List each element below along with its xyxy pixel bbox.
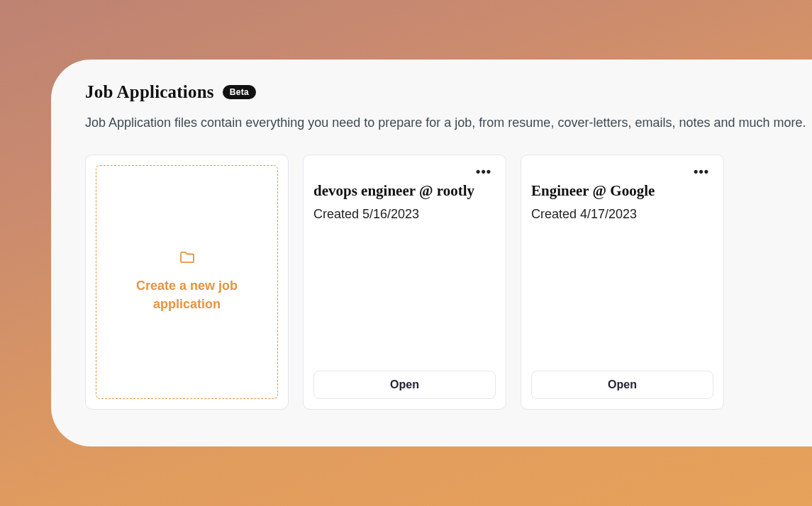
- application-title: Engineer @ Google: [531, 182, 713, 200]
- header-row: Job Applications Beta: [85, 82, 806, 102]
- open-button[interactable]: Open: [313, 371, 496, 399]
- create-application-label: Create a new job application: [123, 276, 251, 313]
- more-icon: •••: [476, 164, 491, 179]
- page-description: Job Application files contain everything…: [85, 113, 806, 133]
- main-panel: Job Applications Beta Job Application fi…: [51, 60, 812, 446]
- application-card: ••• Engineer @ Google Created 4/17/2023 …: [521, 154, 724, 410]
- more-icon: •••: [694, 164, 709, 179]
- open-button[interactable]: Open: [531, 371, 713, 399]
- spacer: [313, 222, 496, 371]
- cards-row: Create a new job application ••• devops …: [85, 154, 806, 410]
- card-more-menu[interactable]: •••: [691, 162, 712, 181]
- card-more-menu[interactable]: •••: [473, 162, 494, 181]
- application-title: devops engineer @ rootly: [313, 182, 496, 200]
- beta-badge: Beta: [223, 85, 256, 99]
- application-created: Created 5/16/2023: [313, 207, 496, 222]
- create-application-button[interactable]: Create a new job application: [96, 165, 278, 399]
- create-application-card: Create a new job application: [85, 154, 289, 410]
- spacer: [531, 222, 713, 371]
- application-created: Created 4/17/2023: [531, 207, 713, 222]
- application-card: ••• devops engineer @ rootly Created 5/1…: [303, 154, 506, 410]
- folder-icon: [179, 251, 195, 264]
- page-title: Job Applications: [85, 82, 214, 102]
